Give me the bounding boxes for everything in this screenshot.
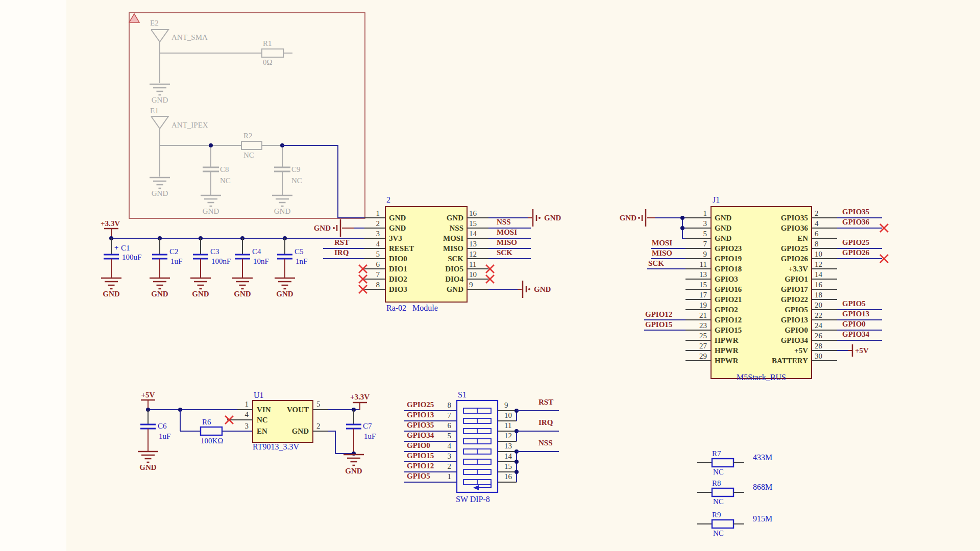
component-designator: C6 <box>158 422 167 430</box>
ground-icon <box>333 227 335 229</box>
pin-name: GPIO35 <box>781 214 808 222</box>
component-value: NC <box>713 468 724 476</box>
ground-icon <box>638 217 640 219</box>
pin-number: 27 <box>699 342 707 350</box>
pin-number: 1 <box>376 209 380 217</box>
ground-label: GND <box>274 207 291 215</box>
component-value: 1uF <box>364 432 376 440</box>
component-value: 100nF <box>211 257 231 265</box>
pin-number: 3 <box>376 230 380 238</box>
power-net-label: +3.3V <box>350 393 370 401</box>
component-value: NC <box>291 177 302 185</box>
pin-name: GPIO21 <box>715 295 742 304</box>
net-label: MOSI <box>652 239 672 247</box>
antenna-icon <box>151 116 168 129</box>
pin-name: GND <box>447 285 464 293</box>
pin-number: 5 <box>703 230 707 238</box>
net-label: IRQ <box>538 418 553 427</box>
pin-number: 14 <box>469 230 477 238</box>
pin-number: 15 <box>469 219 477 228</box>
net-label: MISO <box>497 238 517 246</box>
pin-number: 4 <box>448 442 452 450</box>
pin-number: 6 <box>448 421 452 430</box>
pin-name: GPIO22 <box>781 295 808 304</box>
pin-name: HPWR <box>715 346 739 355</box>
component-value: NC <box>713 529 724 537</box>
pin-number: 11 <box>469 260 476 268</box>
pin-number: 13 <box>699 270 707 279</box>
pin-name: EN <box>797 234 808 242</box>
pin-number: 3 <box>703 219 707 228</box>
pin-number: 4 <box>376 240 380 248</box>
pin-number: 5 <box>316 400 321 408</box>
resistor-symbol[interactable] <box>712 459 733 467</box>
component-designator: J1 <box>713 195 720 204</box>
component-value: 100uF <box>122 253 141 261</box>
component-value: 0Ω <box>263 58 273 66</box>
net-label: GPIO34 <box>407 431 434 439</box>
pin-name: GPIO5 <box>785 306 808 314</box>
net-label: GPIO35 <box>407 421 434 429</box>
component-value: 1uF <box>159 432 170 440</box>
component-value: NC <box>243 151 254 159</box>
pin-name: +3.3V <box>789 265 808 273</box>
pin-name: DIO1 <box>389 265 407 273</box>
pin-number: 12 <box>504 432 512 440</box>
pin-name: GND <box>389 224 406 232</box>
pin-number: 12 <box>469 250 477 258</box>
resistor-symbol[interactable] <box>712 520 733 528</box>
net-label: 868M <box>753 483 772 491</box>
net-label: ANT_SMA <box>172 33 208 41</box>
pin-number: 15 <box>699 281 707 289</box>
pin-number: 16 <box>815 281 823 289</box>
resistor-symbol[interactable] <box>712 488 733 496</box>
net-label: ANT_IPEX <box>172 121 208 129</box>
ground-label: GND <box>534 285 551 293</box>
resistor-symbol[interactable] <box>241 141 262 149</box>
pin-name: GND <box>715 214 732 222</box>
pin-number: 18 <box>815 291 822 299</box>
pin-number: 25 <box>699 332 707 340</box>
pin-number: 26 <box>815 332 823 340</box>
dip-switch-body[interactable] <box>457 400 498 492</box>
dip-arrow-icon <box>473 485 479 490</box>
ground-label: GND <box>276 290 293 298</box>
pin-name: +5V <box>794 346 808 355</box>
net-label: GPIO0 <box>407 441 430 449</box>
ground-label: GND <box>103 290 120 298</box>
net-label: MISO <box>652 249 672 257</box>
ground-label: GND <box>345 467 362 475</box>
ground-label: GND <box>152 96 168 104</box>
pin-name: GPIO25 <box>781 244 808 253</box>
pin-number: 12 <box>815 260 822 268</box>
pin-name: DIO3 <box>389 285 407 293</box>
net-label: GPIO5 <box>407 472 430 480</box>
resistor-symbol[interactable] <box>262 49 283 57</box>
pin-number: 6 <box>815 230 819 238</box>
component-designator: E1 <box>150 107 159 115</box>
net-label: MOSI <box>497 228 517 236</box>
component-designator: R1 <box>263 39 272 47</box>
pin-name: GPIO17 <box>781 285 808 293</box>
component-designator: C2 <box>169 247 179 256</box>
pin-number: 4 <box>245 410 249 418</box>
pin-number: 17 <box>699 291 707 299</box>
component-value: 100KΩ <box>201 437 223 445</box>
net-label: GPIO13 <box>407 411 434 419</box>
pin-number: 5 <box>376 250 380 258</box>
component-label: RT9013_3.3V <box>253 442 299 451</box>
ground-label: GND <box>151 290 168 298</box>
net-label: GPIO25 <box>842 238 869 246</box>
ground-label: GND <box>152 189 168 197</box>
component-designator: S1 <box>458 390 467 399</box>
component-designator: R6 <box>202 418 211 426</box>
ground-label: GND <box>203 207 219 215</box>
pin-name: RESET <box>389 244 414 253</box>
resistor-symbol[interactable] <box>201 427 222 435</box>
ground-label: GND <box>544 214 561 222</box>
net-label: SCK <box>497 248 512 257</box>
pin-name: GPIO19 <box>715 255 742 263</box>
pin-number: 7 <box>703 240 707 248</box>
pin-number: 2 <box>448 462 452 470</box>
component-designator: R9 <box>712 511 721 519</box>
